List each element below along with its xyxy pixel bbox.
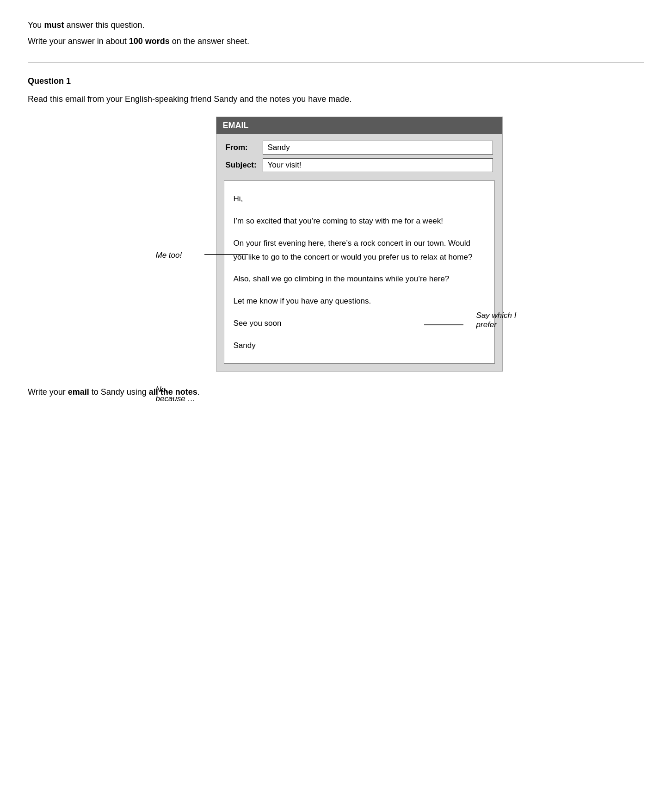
from-value: Sandy [263, 141, 493, 155]
body-para6: Sandy [234, 339, 485, 353]
email-wrapper: Me too! Say which I prefer No, because …… [156, 117, 517, 372]
must-bold: must [44, 20, 64, 30]
from-row: From: Sandy [226, 141, 493, 155]
instruction-line1: You must answer this question. [28, 19, 644, 32]
subject-row: Subject: Your visit! [226, 158, 493, 172]
body-para2: On your first evening here, there’s a ro… [234, 236, 485, 264]
footer-middle: to Sandy using [89, 387, 149, 397]
section-divider [28, 62, 644, 62]
email-header: EMAIL [216, 117, 502, 134]
email-body: Hi, I’m so excited that you’re coming to… [224, 180, 495, 364]
body-para1: I’m so excited that you’re coming to sta… [234, 214, 485, 228]
footer-suffix: . [197, 387, 200, 397]
body-greeting: Hi, [234, 192, 485, 206]
instructions-block: You must answer this question. Write you… [28, 19, 644, 48]
annotation-say-which: Say which I prefer [476, 311, 517, 329]
instruction-line2: Write your answer in about 100 words on … [28, 35, 644, 48]
footer-instruction: Write your email to Sandy using all the … [28, 385, 644, 399]
email-fields: From: Sandy Subject: Your visit! [216, 134, 502, 180]
email-body-wrapper: Hi, I’m so excited that you’re coming to… [216, 180, 502, 371]
question-intro: Read this email from your English-speaki… [28, 93, 644, 106]
footer-bold1: email [68, 387, 89, 397]
body-para5: See you soon [234, 317, 485, 330]
body-para4: Let me know if you have any questions. [234, 294, 485, 308]
annotation-me-too: Me too! [156, 251, 182, 260]
words-bold: 100 words [129, 37, 170, 46]
footer-prefix: Write your [28, 387, 68, 397]
subject-value: Your visit! [263, 158, 493, 172]
subject-label: Subject: [226, 161, 263, 170]
body-para3: Also, shall we go climbing in the mounta… [234, 272, 485, 286]
annotation-no-because: No, because … [156, 385, 196, 404]
from-label: From: [226, 143, 263, 152]
email-container: EMAIL From: Sandy Subject: Your visit! H… [216, 117, 503, 372]
question-label: Question 1 [28, 76, 644, 86]
